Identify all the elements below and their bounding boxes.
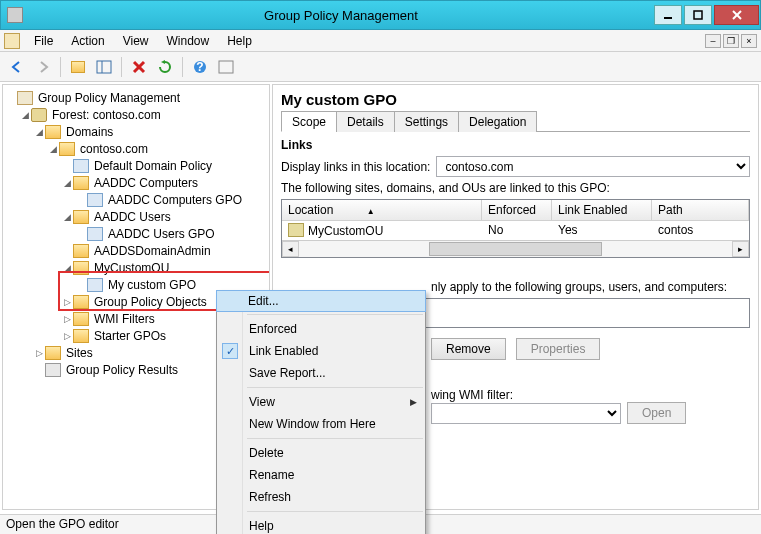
folder-icon (73, 329, 89, 343)
context-menu: Edit... Enforced ✓Link Enabled Save Repo… (216, 290, 426, 534)
svg-rect-4 (97, 61, 111, 73)
tab-details[interactable]: Details (336, 111, 395, 132)
linked-text: The following sites, domains, and OUs ar… (281, 181, 750, 195)
tree-default-policy[interactable]: Default Domain Policy (92, 159, 214, 173)
delete-button[interactable] (128, 56, 150, 78)
expand-icon[interactable]: ▷ (61, 314, 73, 324)
gpo-link-icon (87, 193, 103, 207)
tree-domain[interactable]: contoso.com (78, 142, 150, 156)
tab-settings[interactable]: Settings (394, 111, 459, 132)
gpo-title: My custom GPO (281, 91, 750, 108)
up-button[interactable] (67, 56, 89, 78)
tree-domains[interactable]: Domains (64, 125, 115, 139)
help-button[interactable]: ? (189, 56, 211, 78)
root-icon (17, 91, 33, 105)
expand-icon[interactable]: ◢ (61, 263, 73, 273)
svg-rect-10 (219, 61, 233, 73)
expand-icon[interactable]: ▷ (61, 297, 73, 307)
col-enforced[interactable]: Enforced (482, 200, 552, 220)
tab-scope[interactable]: Scope (281, 111, 337, 132)
col-link-enabled[interactable]: Link Enabled (552, 200, 652, 220)
wmi-filter-select[interactable] (431, 403, 621, 424)
expand-icon[interactable]: ◢ (33, 127, 45, 137)
expand-icon[interactable]: ◢ (19, 110, 31, 120)
svg-rect-1 (694, 11, 702, 19)
results-icon (45, 363, 61, 377)
tree-aaddc-users[interactable]: AADDC Users (92, 210, 173, 224)
col-location[interactable]: Location ▲ (282, 200, 482, 220)
toolbar: ? (0, 52, 761, 82)
tree-root[interactable]: Group Policy Management (36, 91, 182, 105)
horizontal-scrollbar[interactable]: ◂ ▸ (282, 240, 749, 257)
scroll-thumb[interactable] (429, 242, 602, 256)
options-button[interactable] (215, 56, 237, 78)
expand-icon[interactable]: ◢ (61, 178, 73, 188)
tree-aaddc-computers-gpo[interactable]: AADDC Computers GPO (106, 193, 244, 207)
tree-my-ou[interactable]: MyCustomOU (92, 261, 171, 275)
menu-view-sub[interactable]: View▶ (217, 391, 425, 413)
properties-button[interactable]: Properties (516, 338, 601, 360)
menu-action[interactable]: Action (63, 32, 112, 50)
maximize-button[interactable] (684, 5, 712, 25)
tree-wmi[interactable]: WMI Filters (92, 312, 157, 326)
links-listview[interactable]: Location ▲ Enforced Link Enabled Path My… (281, 199, 750, 258)
show-hide-tree-button[interactable] (93, 56, 115, 78)
menu-save-report[interactable]: Save Report... (217, 362, 425, 384)
expand-icon[interactable]: ◢ (61, 212, 73, 222)
menu-new-window[interactable]: New Window from Here (217, 413, 425, 435)
folder-icon (45, 125, 61, 139)
menu-link-enabled[interactable]: ✓Link Enabled (217, 340, 425, 362)
col-path[interactable]: Path (652, 200, 749, 220)
tree-aaddc-computers[interactable]: AADDC Computers (92, 176, 200, 190)
menu-help[interactable]: Help (219, 32, 260, 50)
check-icon: ✓ (222, 343, 238, 359)
gpo-link-icon (73, 159, 89, 173)
tree-aaddc-users-gpo[interactable]: AADDC Users GPO (106, 227, 217, 241)
mdi-min-button[interactable]: – (705, 34, 721, 48)
scroll-left-icon[interactable]: ◂ (282, 241, 299, 257)
menu-refresh[interactable]: Refresh (217, 486, 425, 508)
expand-icon[interactable]: ▷ (33, 348, 45, 358)
location-select[interactable]: contoso.com (436, 156, 750, 177)
tree-starter[interactable]: Starter GPOs (92, 329, 168, 343)
remove-button[interactable]: Remove (431, 338, 506, 360)
menu-delete[interactable]: Delete (217, 442, 425, 464)
tab-delegation[interactable]: Delegation (458, 111, 537, 132)
menu-window[interactable]: Window (159, 32, 218, 50)
ou-icon (73, 244, 89, 258)
menu-help[interactable]: Help (217, 515, 425, 534)
folder-icon (45, 346, 61, 360)
tree-sites[interactable]: Sites (64, 346, 95, 360)
gpo-link-icon (87, 278, 103, 292)
tree-my-gpo[interactable]: My custom GPO (106, 278, 198, 292)
menu-edit[interactable]: Edit... (216, 290, 426, 312)
links-header: Links (281, 138, 750, 152)
menu-enforced[interactable]: Enforced (217, 318, 425, 340)
forest-icon (31, 108, 47, 122)
nav-back-button[interactable] (6, 56, 28, 78)
mdi-restore-button[interactable]: ❐ (723, 34, 739, 48)
expand-icon[interactable]: ◢ (47, 144, 59, 154)
nav-forward-button[interactable] (32, 56, 54, 78)
minimize-button[interactable] (654, 5, 682, 25)
refresh-button[interactable] (154, 56, 176, 78)
tree-aadds-admin[interactable]: AADDSDomainAdmin (92, 244, 213, 258)
window-title: Group Policy Management (29, 8, 653, 23)
close-button[interactable] (714, 5, 759, 25)
menu-view[interactable]: View (115, 32, 157, 50)
tree-gpo-container[interactable]: Group Policy Objects (92, 295, 209, 309)
status-text: Open the GPO editor (6, 517, 119, 531)
gpo-link-icon (87, 227, 103, 241)
tree-forest[interactable]: Forest: contoso.com (50, 108, 163, 122)
mmc-doc-icon (4, 33, 20, 49)
tree-results[interactable]: Group Policy Results (64, 363, 180, 377)
expand-icon[interactable]: ▷ (61, 331, 73, 341)
folder-icon (73, 312, 89, 326)
list-row[interactable]: MyCustomOU No Yes contos (282, 221, 749, 240)
open-button[interactable]: Open (627, 402, 686, 424)
menu-rename[interactable]: Rename (217, 464, 425, 486)
mdi-close-button[interactable]: × (741, 34, 757, 48)
app-icon (7, 7, 23, 23)
menu-file[interactable]: File (26, 32, 61, 50)
scroll-right-icon[interactable]: ▸ (732, 241, 749, 257)
